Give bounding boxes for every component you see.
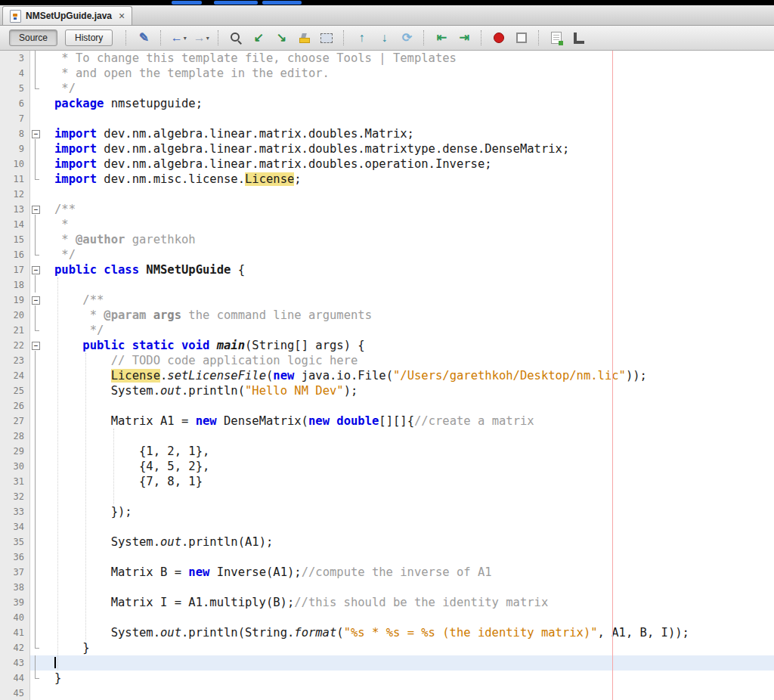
line-number[interactable]: 45 [0,686,30,700]
code-line-43[interactable]: 43 [0,655,774,671]
comment-icon[interactable] [546,29,566,47]
code-line-19[interactable]: 19 /** [0,293,774,308]
code-line-33[interactable]: 33 }); [0,504,774,519]
line-number[interactable]: 23 [0,353,30,368]
line-number[interactable]: 3 [0,51,30,66]
tab-close-icon[interactable]: × [119,11,125,20]
line-number[interactable]: 9 [0,141,30,156]
line-number[interactable]: 25 [0,383,30,398]
code-line-5[interactable]: 5 */ [0,81,774,96]
line-number[interactable]: 5 [0,81,30,96]
line-number[interactable]: 11 [0,172,30,187]
line-number[interactable]: 29 [0,444,30,459]
tab-nmsetupguide-java[interactable]: NMSetUpGuide.java × [2,6,132,25]
line-number[interactable]: 13 [0,202,30,217]
code-line-15[interactable]: 15 * @author garethkoh [0,232,774,247]
shift-left-icon[interactable]: ⇤ [432,29,451,47]
code-line-37[interactable]: 37 Matrix B = new Inverse(A1);//compute … [0,565,774,580]
line-number[interactable]: 41 [0,625,30,640]
code-line-41[interactable]: 41 System.out.println(String.format("%s … [0,625,774,640]
line-number[interactable]: 30 [0,459,30,474]
line-number[interactable]: 35 [0,534,30,550]
stop-macro-recording-icon[interactable] [512,29,531,47]
line-number[interactable]: 38 [0,580,30,595]
code-line-20[interactable]: 20 * @param args the command line argume… [0,308,774,323]
line-number[interactable]: 32 [0,489,30,504]
code-line-11[interactable]: 11import dev.nm.misc.license.License; [0,172,774,187]
line-number[interactable]: 21 [0,323,30,338]
toggle-highlight-icon[interactable] [294,29,314,47]
uncomment-icon[interactable] [569,29,589,47]
line-number[interactable]: 8 [0,126,30,141]
code-line-36[interactable]: 36 [0,550,774,565]
fold-toggle-icon[interactable] [30,202,41,217]
next-bookmark-icon[interactable]: ↓ [374,29,394,47]
code-line-13[interactable]: 13/** [0,202,774,217]
code-line-32[interactable]: 32 [0,489,774,504]
code-line-42[interactable]: 42 } [0,640,774,655]
code-line-44[interactable]: 44} [0,671,774,686]
code-line-39[interactable]: 39 Matrix I = A1.multiply(B);//this shou… [0,595,774,610]
code-line-10[interactable]: 10import dev.nm.algebra.linear.matrix.do… [0,156,774,172]
line-number[interactable]: 31 [0,474,30,489]
line-number[interactable]: 10 [0,156,30,172]
line-number[interactable]: 14 [0,217,30,232]
fold-toggle-icon[interactable] [30,262,41,277]
code-line-7[interactable]: 7 [0,111,774,126]
last-edit-icon[interactable]: ✎ [134,29,153,47]
code-line-45[interactable]: 45 [0,686,774,700]
code-line-8[interactable]: 8import dev.nm.algebra.linear.matrix.dou… [0,126,774,141]
line-number[interactable]: 17 [0,262,30,277]
back-icon[interactable]: ←▾ [169,29,188,47]
fold-toggle-icon[interactable] [30,338,41,353]
shift-right-icon[interactable]: ⇥ [454,29,474,47]
code-line-21[interactable]: 21 */ [0,323,774,338]
code-line-9[interactable]: 9import dev.nm.algebra.linear.matrix.dou… [0,141,774,156]
line-number[interactable]: 37 [0,565,30,580]
code-line-12[interactable]: 12 [0,187,774,202]
code-line-22[interactable]: 22 public static void main(String[] args… [0,338,774,353]
code-line-24[interactable]: 24 License.setLicenseFile(new java.io.Fi… [0,368,774,383]
fold-toggle-icon[interactable] [30,293,41,308]
line-number[interactable]: 40 [0,610,30,625]
code-line-18[interactable]: 18 [0,277,774,293]
code-line-26[interactable]: 26 [0,398,774,413]
line-number[interactable]: 6 [0,96,30,111]
line-number[interactable]: 7 [0,111,30,126]
line-number[interactable]: 34 [0,519,30,534]
toggle-bookmark-icon[interactable]: ⟳ [397,29,416,47]
code-line-40[interactable]: 40 [0,610,774,625]
line-number[interactable]: 42 [0,640,30,655]
code-line-34[interactable]: 34 [0,519,774,534]
source-view-button[interactable]: Source [9,29,57,46]
line-number[interactable]: 4 [0,66,30,81]
line-number[interactable]: 28 [0,429,30,444]
line-number[interactable]: 36 [0,550,30,565]
line-number[interactable]: 20 [0,308,30,323]
line-number[interactable]: 16 [0,247,30,262]
history-view-button[interactable]: History [65,29,113,46]
code-line-4[interactable]: 4 * and open the template in the editor. [0,66,774,81]
code-line-28[interactable]: 28 [0,429,774,444]
find-previous-occurrence-icon[interactable]: ↙ [249,29,268,47]
previous-bookmark-icon[interactable]: ↑ [351,29,371,47]
line-number[interactable]: 18 [0,277,30,293]
line-number[interactable]: 12 [0,187,30,202]
code-line-31[interactable]: 31 {7, 8, 1} [0,474,774,489]
code-line-16[interactable]: 16 */ [0,247,774,262]
code-line-23[interactable]: 23 // TODO code application logic here [0,353,774,368]
find-next-occurrence-icon[interactable]: ↘ [271,29,291,47]
line-number[interactable]: 27 [0,413,30,429]
find-icon[interactable] [226,29,246,47]
code-line-35[interactable]: 35 System.out.println(A1); [0,534,774,550]
fold-toggle-icon[interactable] [30,126,41,141]
code-line-29[interactable]: 29 {1, 2, 1}, [0,444,774,459]
line-number[interactable]: 39 [0,595,30,610]
code-line-30[interactable]: 30 {4, 5, 2}, [0,459,774,474]
code-line-25[interactable]: 25 System.out.println("Hello NM Dev"); [0,383,774,398]
line-number[interactable]: 33 [0,504,30,519]
forward-icon[interactable]: →▾ [191,29,211,47]
code-line-17[interactable]: 17public class NMSetUpGuide { [0,262,774,277]
line-number[interactable]: 43 [0,655,30,671]
code-line-3[interactable]: 3 * To change this template file, choose… [0,51,774,66]
